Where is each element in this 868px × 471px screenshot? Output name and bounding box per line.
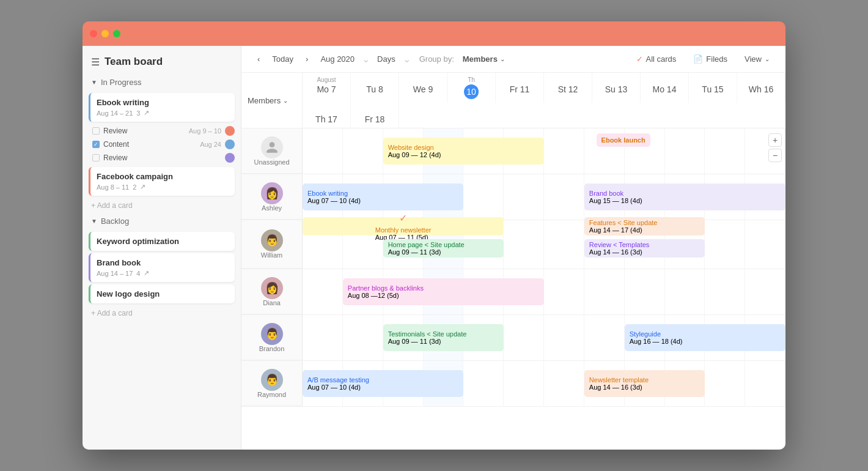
expand-dot[interactable] <box>113 30 120 37</box>
filed-icon: 📄 <box>693 54 703 64</box>
event-testimonials[interactable]: Testimonials < Site update Aug 09 — 11 (… <box>383 324 504 351</box>
event-features[interactable]: Features < Site update Aug 14 — 17 (4d) <box>584 217 705 236</box>
main-content: ‹ Today › Aug 2020 ⌄ Days ⌄ Group by: Me… <box>241 46 785 450</box>
card-meta-bb: Aug 14 – 17 4 ↗ <box>97 269 229 277</box>
avatar-william: 👨 <box>261 229 283 251</box>
card-title-bb: Brand book <box>97 258 229 267</box>
members-column-header[interactable]: Members ⌄ <box>241 73 303 128</box>
event-website-design[interactable]: Website design Aug 09 — 12 (4d) <box>383 138 544 165</box>
next-button[interactable]: › <box>300 51 314 67</box>
member-brandon: 👨 Brandon <box>241 315 303 360</box>
link-icon3: ↗ <box>144 269 149 277</box>
groupby-value: Members <box>463 54 498 64</box>
card-title-fb: Facebook campaign <box>97 172 229 181</box>
sidebar-title: Team board <box>105 56 163 68</box>
member-name-raymond: Raymond <box>257 391 286 398</box>
close-dot[interactable] <box>90 30 97 37</box>
event-partner-blogs[interactable]: Partner blogs & backlinks Aug 08 —12 (5d… <box>343 278 544 305</box>
minimize-dot[interactable] <box>101 30 109 37</box>
event-home-page[interactable]: Home page < Site update Aug 09 — 11 (3d) <box>383 239 504 258</box>
calendar-header: Members ⌄ August Mo 7 Tu 8 <box>241 73 785 128</box>
subtask-avatar3 <box>225 153 235 163</box>
diana-events-area: Partner blogs & backlinks Aug 08 —12 (5d… <box>303 269 785 314</box>
event-ebook-launch[interactable]: Ebook launch <box>597 133 650 147</box>
avatar-raymond: 👨 <box>261 369 283 391</box>
card-keyword-optimization[interactable]: Keyword optimization <box>89 232 235 251</box>
subtask-checkbox-checked[interactable]: ✓ <box>92 141 100 148</box>
subtask-content[interactable]: ✓ Content Aug 24 <box>83 138 241 151</box>
event-styleguide[interactable]: Styleguide Aug 16 — 18 (4d) <box>625 324 785 351</box>
day-col-0: August Mo 7 <box>303 73 351 103</box>
day-col-9: Wh 16 <box>737 73 785 103</box>
avatar-brandon: 👨 <box>261 323 283 345</box>
raymond-events-area: A/B message testing Aug 07 — 10 (4d) New… <box>303 361 785 406</box>
member-row-diana: 👩 Diana <box>241 269 785 315</box>
section-backlog-toggle[interactable]: ▼ Backlog <box>83 213 241 229</box>
card-brand-book[interactable]: Brand book Aug 14 – 17 4 ↗ <box>89 253 235 282</box>
all-cards-button[interactable]: ✓ All cards <box>630 52 683 66</box>
event-monthly-newsletter[interactable]: ✓ Monthly newsletter Aug 07 — 11 (5d) <box>303 217 504 236</box>
member-row-raymond: 👨 Raymond <box>241 361 785 407</box>
link-icon2: ↗ <box>140 183 145 191</box>
zoom-out-button[interactable]: − <box>768 149 782 162</box>
prev-button[interactable]: ‹ <box>251 51 266 67</box>
card-title-kw: Keyword optimization <box>97 237 229 246</box>
view-button[interactable]: View ⌄ <box>738 52 776 66</box>
add-card-button-2[interactable]: + Add a card <box>83 306 241 321</box>
subtask-checkbox[interactable] <box>92 127 100 135</box>
unassigned-events-area: Website design Aug 09 — 12 (4d) Ebook la… <box>303 128 785 174</box>
check-icon: ✓ <box>399 212 407 224</box>
day-col-5: St 12 <box>544 73 592 103</box>
today-button[interactable]: Today <box>266 51 300 67</box>
card-new-logo[interactable]: New logo design <box>89 284 235 303</box>
member-row-ashley: 👩 Ashley <box>241 174 785 220</box>
subtask-review2[interactable]: Review <box>83 151 241 165</box>
calendar-body: Unassigned <box>241 128 785 450</box>
member-row-brandon: 👨 Brandon <box>241 315 785 361</box>
day-col-1: Tu 8 <box>351 73 399 103</box>
brandon-events-area: Testimonials < Site update Aug 09 — 11 (… <box>303 315 785 360</box>
groupby-label: Group by: <box>419 54 454 64</box>
event-date: Aug 09 — 12 (4d) <box>388 151 539 158</box>
member-name-diana: Diana <box>263 299 281 306</box>
member-name-brandon: Brandon <box>259 345 285 352</box>
add-card-button-1[interactable]: + Add a card <box>83 198 241 213</box>
sidebar-header: ☰ Team board <box>83 46 241 74</box>
day-col-11: Fr 18 <box>351 103 399 128</box>
member-row-william: 👨 William <box>241 220 785 269</box>
subtask-checkbox2[interactable] <box>92 154 100 161</box>
event-ebook-writing[interactable]: Ebook writing Aug 07 — 10 (4d) <box>303 184 463 210</box>
section-in-progress-toggle[interactable]: ▼ In Progress <box>83 74 241 91</box>
event-newsletter-template[interactable]: Newsletter template Aug 14 — 16 (3d) <box>584 370 705 397</box>
card-facebook-campaign[interactable]: Facebook campaign Aug 8 – 11 2 ↗ <box>89 167 235 196</box>
chevron-icon2: ▼ <box>91 218 97 224</box>
filed-button[interactable]: 📄 Fileds <box>687 52 734 66</box>
zoom-in-button[interactable]: + <box>768 133 782 147</box>
event-brand-book[interactable]: Brand book Aug 15 — 18 (4d) <box>584 184 785 210</box>
sidebar: ☰ Team board ▼ In Progress Ebook writing… <box>83 46 241 450</box>
app-body: ☰ Team board ▼ In Progress Ebook writing… <box>83 46 785 450</box>
card-meta: Aug 14 – 21 3 ↗ <box>97 109 229 117</box>
member-name-william: William <box>261 251 282 259</box>
hamburger-icon[interactable]: ☰ <box>91 56 100 68</box>
card-ebook-writing[interactable]: Ebook writing Aug 14 – 21 3 ↗ <box>89 93 235 122</box>
member-unassigned: Unassigned <box>241 128 303 174</box>
calendar-area: Members ⌄ August Mo 7 Tu 8 <box>241 73 785 450</box>
event-title: Website design <box>388 144 539 151</box>
william-events-area: ✓ Monthly newsletter Aug 07 — 11 (5d) Ho… <box>303 220 785 269</box>
event-ab-testing[interactable]: A/B message testing Aug 07 — 10 (4d) <box>303 370 463 397</box>
zoom-controls: + − <box>768 133 782 162</box>
event-review-templates[interactable]: Review < Templates Aug 14 — 16 (3d) <box>584 239 705 258</box>
member-diana: 👩 Diana <box>241 269 303 314</box>
card-title: Ebook writing <box>97 98 229 107</box>
subtask-avatar <box>225 126 235 136</box>
subtask-review1[interactable]: Review Aug 9 – 10 <box>83 124 241 138</box>
card-title-nl: New logo design <box>97 289 229 299</box>
member-raymond: 👨 Raymond <box>241 361 303 406</box>
members-label: Members <box>248 96 281 105</box>
member-ashley: 👩 Ashley <box>241 174 303 220</box>
date-picker-button[interactable]: Aug 2020 <box>314 51 361 67</box>
groupby-button[interactable]: Members ⌄ <box>457 51 511 67</box>
check-circle-icon: ✓ <box>636 54 643 64</box>
days-selector-button[interactable]: Days <box>371 51 402 67</box>
